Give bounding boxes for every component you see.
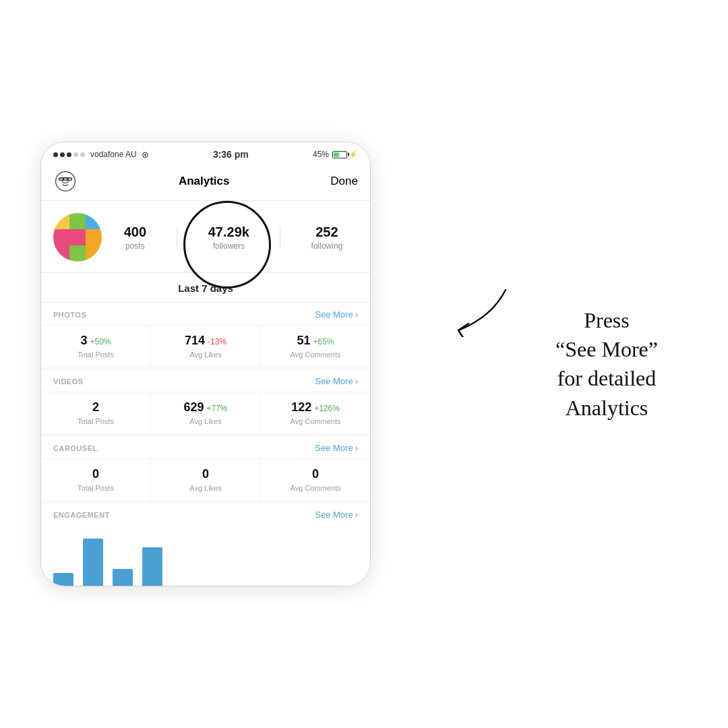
annotation-text: Press “See More” for detailed Analytics — [555, 306, 658, 423]
photos-see-more-label: See More — [315, 309, 353, 320]
status-right: 45% ⚡ — [313, 150, 358, 159]
battery-icon: ⚡ — [332, 150, 358, 159]
photos-metric-value-2: 51+65% — [297, 334, 334, 348]
posts-stat: 400 posts — [124, 224, 146, 251]
profile-section: 400 posts 47.29k followers 252 following — [41, 201, 370, 273]
carousel-metric-2: 0Avg Comments — [261, 459, 370, 500]
photos-metric-change-0: +50% — [90, 337, 111, 346]
photos-metric-number-1: 714 — [185, 334, 205, 348]
avatar — [53, 213, 102, 262]
posts-count: 400 — [124, 224, 146, 240]
svg-point-4 — [67, 178, 69, 180]
annotation-area: Press “See More” for detailed Analytics — [512, 306, 701, 423]
annotation-line2: “See More” — [555, 337, 658, 361]
avatar-cell — [86, 229, 102, 245]
wifi-icon: ⊛ — [142, 150, 149, 160]
videos-header: VIDEOSSee More› — [41, 369, 370, 392]
done-button[interactable]: Done — [330, 175, 358, 188]
battery-percent: 45% — [313, 150, 329, 159]
engagement-section: ENGAGEMENT See More › — [41, 502, 370, 586]
dot-4 — [73, 152, 78, 157]
carousel-metric-label-1: Avg Likes — [189, 484, 222, 492]
svg-point-3 — [62, 178, 64, 180]
avatar-cell — [53, 245, 69, 262]
videos-metric-change-2: +126% — [314, 404, 340, 413]
videos-metric-number-2: 122 — [291, 400, 311, 415]
photos-metric-change-1: -13% — [208, 337, 226, 346]
videos-see-more-button[interactable]: See More› — [315, 376, 358, 386]
dot-1 — [53, 152, 58, 157]
videos-metric-0: 2Total Posts — [41, 392, 151, 433]
nav-bar: Analytics Done — [41, 164, 370, 201]
svg-rect-2 — [59, 178, 71, 180]
engagement-see-more-button[interactable]: See More › — [315, 510, 358, 520]
avatar-cell — [86, 245, 102, 262]
dot-2 — [60, 152, 65, 157]
photos-metric-label-1: Avg Likes — [189, 351, 222, 359]
dot-5 — [80, 152, 85, 157]
carousel-metric-1: 0Avg Likes — [151, 459, 261, 500]
carousel-metric-value-0: 0 — [92, 467, 99, 481]
section-videos: VIDEOSSee More›2Total Posts629+77%Avg Li… — [41, 369, 370, 434]
carousel-metric-label-0: Total Posts — [78, 484, 114, 492]
carousel-metric-value-1: 0 — [202, 467, 209, 481]
carrier-label: vodafone AU — [90, 150, 137, 159]
carousel-title: CAROUSEL — [53, 444, 98, 452]
status-left: vodafone AU ⊛ — [53, 150, 149, 160]
carousel-see-more-button[interactable]: See More› — [315, 443, 358, 453]
annotation-line4: Analytics — [566, 395, 648, 419]
spy-icon — [55, 171, 76, 192]
spy-icon-button[interactable] — [53, 169, 78, 193]
carousel-see-more-label: See More — [315, 443, 353, 453]
section-photos: PHOTOSSee More›3+50%Total Posts714-13%Av… — [41, 302, 370, 367]
carousel-metric-label-2: Avg Comments — [291, 484, 341, 492]
photos-metric-number-0: 3 — [80, 334, 87, 348]
avatar-cell — [69, 229, 86, 245]
videos-see-more-label: See More — [315, 376, 353, 386]
photos-metric-change-2: +65% — [313, 337, 334, 346]
following-stat: 252 following — [311, 224, 343, 251]
photos-metric-1: 714-13%Avg Likes — [151, 326, 261, 367]
annotation-line1: Press — [584, 308, 630, 332]
videos-metric-2: 122+126%Avg Comments — [261, 392, 370, 433]
page-container: vodafone AU ⊛ 3:36 pm 45% ⚡ — [0, 0, 728, 728]
followers-stat: 47.29k followers — [208, 224, 249, 251]
bar-0 — [53, 573, 73, 586]
signal-dots — [53, 152, 85, 157]
following-count: 252 — [315, 224, 338, 240]
videos-metric-label-0: Total Posts — [78, 417, 114, 425]
status-bar: vodafone AU ⊛ 3:36 pm 45% ⚡ — [41, 142, 370, 164]
avatar-cell — [53, 229, 69, 245]
carousel-metrics-row: 0Total Posts0Avg Likes0Avg Comments — [41, 458, 370, 501]
photos-header: PHOTOSSee More› — [41, 303, 370, 325]
photos-metric-label-0: Total Posts — [78, 351, 114, 359]
videos-metric-change-1: +77% — [207, 404, 228, 413]
videos-metric-number-0: 2 — [92, 400, 99, 415]
battery-bar — [332, 151, 347, 158]
carousel-metric-number-2: 0 — [312, 467, 319, 481]
battery-fill — [334, 152, 339, 157]
carousel-metric-number-0: 0 — [92, 467, 99, 481]
videos-metric-value-1: 629+77% — [183, 400, 227, 415]
engagement-see-more-label: See More — [315, 510, 353, 520]
avatar-cell — [69, 245, 86, 262]
phone-frame: vodafone AU ⊛ 3:36 pm 45% ⚡ — [40, 142, 371, 586]
annotation-line3: for detailed — [557, 366, 657, 390]
carousel-metric-value-2: 0 — [312, 467, 319, 481]
photos-see-more-button[interactable]: See More› — [315, 309, 358, 320]
period-label: Last 7 days — [41, 273, 370, 301]
photos-metric-0: 3+50%Total Posts — [41, 326, 151, 367]
avatar-cell — [86, 213, 102, 229]
bar-1 — [83, 539, 103, 586]
videos-metric-number-1: 629 — [183, 400, 204, 415]
photos-metric-label-2: Avg Comments — [291, 351, 341, 359]
dot-3 — [67, 152, 71, 157]
carousel-header: CAROUSELSee More› — [41, 436, 370, 458]
videos-title: VIDEOS — [53, 377, 84, 386]
videos-metric-value-2: 122+126% — [291, 400, 340, 415]
following-label: following — [311, 241, 343, 251]
engagement-bar-chart — [41, 525, 370, 586]
engagement-chevron-icon: › — [355, 510, 358, 520]
videos-metric-1: 629+77%Avg Likes — [151, 392, 261, 433]
carousel-metric-0: 0Total Posts — [41, 459, 151, 500]
